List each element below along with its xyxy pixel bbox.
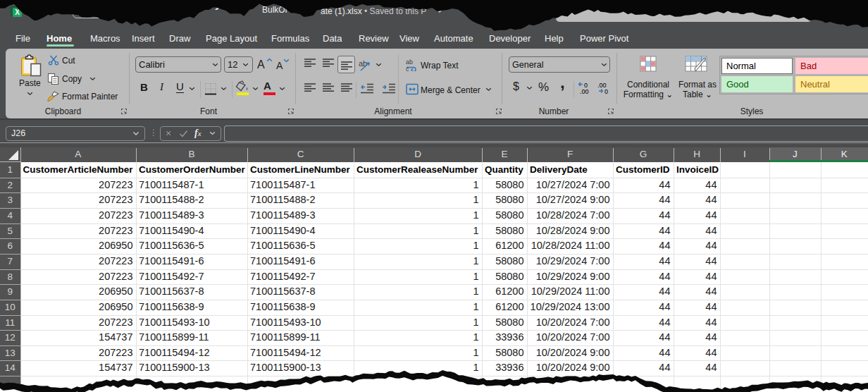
svg-text:.00: .00 bbox=[597, 82, 607, 89]
svg-text:c: c bbox=[406, 66, 409, 71]
svg-text:.00: .00 bbox=[580, 88, 589, 94]
svg-text:0: 0 bbox=[584, 82, 588, 89]
svg-text:ab: ab bbox=[406, 59, 413, 66]
svg-text:0: 0 bbox=[604, 88, 608, 94]
